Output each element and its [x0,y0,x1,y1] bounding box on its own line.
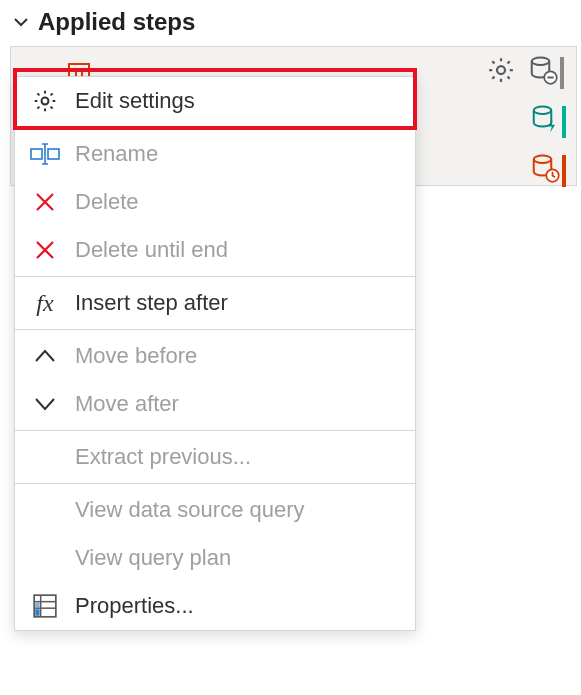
menu-label: Move after [75,391,179,417]
menu-extract-previous[interactable]: Extract previous... [15,433,415,481]
menu-label: Rename [75,141,158,167]
menu-move-after[interactable]: Move after [15,380,415,428]
menu-label: Delete [75,189,139,215]
database-clock-group[interactable] [530,153,566,188]
bar-gray [560,57,564,89]
chevron-down-icon [12,13,30,31]
menu-properties[interactable]: Properties... [15,582,415,630]
panel-header[interactable]: Applied steps [0,0,581,44]
settings-icon-group[interactable] [486,55,566,90]
svg-rect-12 [31,149,42,159]
gear-icon [486,55,516,90]
menu-insert-step-after[interactable]: fx Insert step after [15,279,415,327]
database-clock-icon [530,153,560,188]
database-bolt-icon [530,104,560,139]
empty-icon [29,496,61,524]
delete-icon [29,188,61,216]
fx-icon: fx [29,289,61,317]
gear-icon [29,87,61,115]
menu-separator [15,276,415,277]
chevron-up-icon [29,342,61,370]
menu-label: Edit settings [75,88,195,114]
svg-point-8 [534,107,552,115]
right-icon-column [530,55,566,188]
properties-icon [29,592,61,620]
menu-label: View data source query [75,497,305,523]
empty-icon [29,544,61,572]
database-bolt-group[interactable] [530,104,566,139]
svg-point-4 [497,66,505,74]
svg-rect-20 [35,603,39,607]
menu-label: Extract previous... [75,444,251,470]
menu-move-before[interactable]: Move before [15,332,415,380]
menu-view-data-source-query[interactable]: View data source query [15,486,415,534]
delete-icon [29,236,61,264]
menu-label: Delete until end [75,237,228,263]
menu-separator [15,127,415,128]
menu-rename[interactable]: Rename [15,130,415,178]
context-menu: Edit settings Rename Delete Delete until… [14,76,416,631]
menu-separator [15,483,415,484]
empty-icon [29,443,61,471]
bar-teal [562,106,566,138]
menu-edit-settings[interactable]: Edit settings [15,77,415,125]
menu-view-query-plan[interactable]: View query plan [15,534,415,582]
menu-label: Properties... [75,593,194,619]
svg-rect-13 [48,149,59,159]
rename-icon [29,140,61,168]
menu-delete[interactable]: Delete [15,178,415,226]
chevron-down-icon [29,390,61,418]
svg-point-9 [534,156,552,164]
menu-label: Move before [75,343,197,369]
svg-point-5 [532,58,550,66]
menu-label: Insert step after [75,290,228,316]
database-minus-icon [528,55,558,90]
svg-rect-19 [35,609,39,616]
svg-point-11 [42,98,49,105]
panel-title: Applied steps [38,8,195,36]
menu-separator [15,329,415,330]
menu-separator [15,430,415,431]
menu-delete-until-end[interactable]: Delete until end [15,226,415,274]
bar-orange [562,155,566,187]
menu-label: View query plan [75,545,231,571]
